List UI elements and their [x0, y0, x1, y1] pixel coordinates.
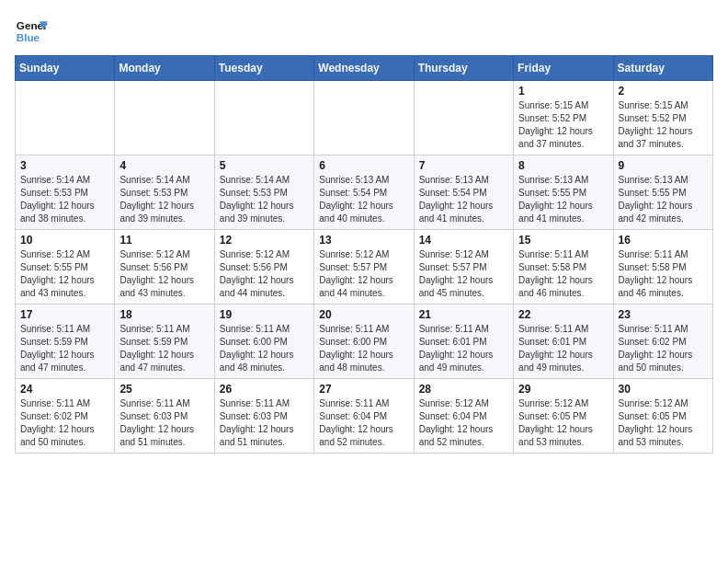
day-number: 26: [220, 383, 309, 396]
calendar-cell: 4Sunrise: 5:14 AM Sunset: 5:53 PM Daylig…: [115, 155, 214, 230]
day-number: 29: [518, 383, 608, 396]
calendar-cell: 26Sunrise: 5:11 AM Sunset: 6:03 PM Dayli…: [214, 379, 313, 454]
day-info: Sunrise: 5:12 AM Sunset: 5:56 PM Dayligh…: [119, 248, 209, 300]
calendar-cell: [314, 81, 414, 155]
day-number: 9: [619, 159, 708, 172]
calendar-cell: [414, 81, 513, 155]
calendar-cell: 10Sunrise: 5:12 AM Sunset: 5:55 PM Dayli…: [16, 230, 115, 304]
day-info: Sunrise: 5:11 AM Sunset: 6:03 PM Dayligh…: [119, 397, 209, 449]
calendar-cell: 6Sunrise: 5:13 AM Sunset: 5:54 PM Daylig…: [314, 155, 414, 230]
calendar-cell: 18Sunrise: 5:11 AM Sunset: 5:59 PM Dayli…: [115, 304, 214, 379]
day-info: Sunrise: 5:12 AM Sunset: 5:55 PM Dayligh…: [20, 248, 109, 300]
day-info: Sunrise: 5:11 AM Sunset: 6:01 PM Dayligh…: [419, 323, 508, 374]
calendar-cell: 17Sunrise: 5:11 AM Sunset: 5:59 PM Dayli…: [16, 304, 115, 379]
day-number: 12: [220, 234, 309, 247]
day-info: Sunrise: 5:12 AM Sunset: 5:56 PM Dayligh…: [220, 248, 309, 300]
day-info: Sunrise: 5:15 AM Sunset: 5:52 PM Dayligh…: [619, 99, 708, 151]
day-info: Sunrise: 5:12 AM Sunset: 6:05 PM Dayligh…: [619, 397, 708, 449]
calendar-week-row: 17Sunrise: 5:11 AM Sunset: 5:59 PM Dayli…: [16, 304, 713, 379]
day-info: Sunrise: 5:11 AM Sunset: 6:01 PM Dayligh…: [518, 323, 608, 374]
day-info: Sunrise: 5:14 AM Sunset: 5:53 PM Dayligh…: [220, 174, 309, 225]
day-info: Sunrise: 5:12 AM Sunset: 6:04 PM Dayligh…: [419, 397, 508, 449]
day-number: 8: [518, 159, 608, 172]
day-info: Sunrise: 5:13 AM Sunset: 5:54 PM Dayligh…: [319, 174, 408, 225]
day-number: 25: [119, 383, 209, 396]
day-number: 22: [518, 308, 608, 321]
day-number: 27: [319, 383, 408, 396]
day-info: Sunrise: 5:13 AM Sunset: 5:55 PM Dayligh…: [518, 174, 608, 225]
calendar-cell: 8Sunrise: 5:13 AM Sunset: 5:55 PM Daylig…: [514, 155, 613, 230]
day-info: Sunrise: 5:11 AM Sunset: 5:59 PM Dayligh…: [119, 323, 209, 374]
day-header-sunday: Sunday: [16, 56, 115, 81]
calendar-cell: 2Sunrise: 5:15 AM Sunset: 5:52 PM Daylig…: [613, 81, 712, 155]
day-number: 13: [319, 234, 408, 247]
day-number: 15: [518, 234, 608, 247]
day-info: Sunrise: 5:11 AM Sunset: 5:59 PM Dayligh…: [20, 323, 109, 374]
calendar-cell: [115, 81, 214, 155]
calendar-cell: 3Sunrise: 5:14 AM Sunset: 5:53 PM Daylig…: [16, 155, 115, 230]
day-number: 14: [419, 234, 508, 247]
day-number: 1: [518, 85, 608, 98]
day-number: 21: [419, 308, 508, 321]
day-info: Sunrise: 5:11 AM Sunset: 6:02 PM Dayligh…: [619, 323, 708, 374]
calendar-body: 1Sunrise: 5:15 AM Sunset: 5:52 PM Daylig…: [16, 81, 713, 454]
calendar-cell: 12Sunrise: 5:12 AM Sunset: 5:56 PM Dayli…: [214, 230, 313, 304]
calendar-cell: 20Sunrise: 5:11 AM Sunset: 6:00 PM Dayli…: [314, 304, 414, 379]
day-info: Sunrise: 5:12 AM Sunset: 6:05 PM Dayligh…: [518, 397, 608, 449]
day-info: Sunrise: 5:12 AM Sunset: 5:57 PM Dayligh…: [319, 248, 408, 300]
calendar-cell: 25Sunrise: 5:11 AM Sunset: 6:03 PM Dayli…: [115, 379, 214, 454]
day-info: Sunrise: 5:13 AM Sunset: 5:55 PM Dayligh…: [619, 174, 708, 225]
day-header-saturday: Saturday: [613, 56, 712, 81]
calendar-cell: 15Sunrise: 5:11 AM Sunset: 5:58 PM Dayli…: [514, 230, 613, 304]
day-info: Sunrise: 5:11 AM Sunset: 5:58 PM Dayligh…: [518, 248, 608, 300]
day-number: 24: [20, 383, 109, 396]
calendar-week-row: 1Sunrise: 5:15 AM Sunset: 5:52 PM Daylig…: [16, 81, 713, 155]
calendar-cell: 29Sunrise: 5:12 AM Sunset: 6:05 PM Dayli…: [514, 379, 613, 454]
day-number: 30: [619, 383, 708, 396]
day-number: 18: [119, 308, 209, 321]
day-number: 11: [119, 234, 209, 247]
calendar-cell: 27Sunrise: 5:11 AM Sunset: 6:04 PM Dayli…: [314, 379, 414, 454]
day-header-monday: Monday: [115, 56, 214, 81]
calendar-cell: 5Sunrise: 5:14 AM Sunset: 5:53 PM Daylig…: [214, 155, 313, 230]
calendar-cell: 16Sunrise: 5:11 AM Sunset: 5:58 PM Dayli…: [613, 230, 712, 304]
day-info: Sunrise: 5:13 AM Sunset: 5:54 PM Dayligh…: [419, 174, 508, 225]
calendar-cell: 11Sunrise: 5:12 AM Sunset: 5:56 PM Dayli…: [115, 230, 214, 304]
day-number: 2: [619, 85, 708, 98]
day-info: Sunrise: 5:11 AM Sunset: 6:00 PM Dayligh…: [220, 323, 309, 374]
calendar-week-row: 10Sunrise: 5:12 AM Sunset: 5:55 PM Dayli…: [16, 230, 713, 304]
day-number: 10: [20, 234, 109, 247]
calendar-cell: [16, 81, 115, 155]
calendar-cell: 30Sunrise: 5:12 AM Sunset: 6:05 PM Dayli…: [613, 379, 712, 454]
day-number: 23: [619, 308, 708, 321]
day-info: Sunrise: 5:11 AM Sunset: 6:03 PM Dayligh…: [220, 397, 309, 449]
logo-icon: General Blue: [15, 15, 48, 48]
calendar-header-row: SundayMondayTuesdayWednesdayThursdayFrid…: [16, 56, 713, 81]
logo: General Blue: [15, 15, 48, 48]
day-info: Sunrise: 5:11 AM Sunset: 6:02 PM Dayligh…: [20, 397, 109, 449]
day-info: Sunrise: 5:12 AM Sunset: 5:57 PM Dayligh…: [419, 248, 508, 300]
calendar-cell: 21Sunrise: 5:11 AM Sunset: 6:01 PM Dayli…: [414, 304, 513, 379]
day-number: 20: [319, 308, 408, 321]
day-header-thursday: Thursday: [414, 56, 513, 81]
calendar-cell: 22Sunrise: 5:11 AM Sunset: 6:01 PM Dayli…: [514, 304, 613, 379]
calendar-cell: 9Sunrise: 5:13 AM Sunset: 5:55 PM Daylig…: [613, 155, 712, 230]
day-info: Sunrise: 5:14 AM Sunset: 5:53 PM Dayligh…: [20, 174, 109, 225]
day-number: 3: [20, 159, 109, 172]
day-info: Sunrise: 5:14 AM Sunset: 5:53 PM Dayligh…: [119, 174, 209, 225]
day-number: 4: [119, 159, 209, 172]
calendar-cell: 24Sunrise: 5:11 AM Sunset: 6:02 PM Dayli…: [16, 379, 115, 454]
day-number: 17: [20, 308, 109, 321]
calendar-cell: 23Sunrise: 5:11 AM Sunset: 6:02 PM Dayli…: [613, 304, 712, 379]
svg-text:Blue: Blue: [17, 31, 40, 43]
day-info: Sunrise: 5:11 AM Sunset: 6:04 PM Dayligh…: [319, 397, 408, 449]
calendar-week-row: 24Sunrise: 5:11 AM Sunset: 6:02 PM Dayli…: [16, 379, 713, 454]
day-header-tuesday: Tuesday: [214, 56, 313, 81]
day-number: 19: [220, 308, 309, 321]
calendar-cell: 28Sunrise: 5:12 AM Sunset: 6:04 PM Dayli…: [414, 379, 513, 454]
day-number: 28: [419, 383, 508, 396]
day-number: 7: [419, 159, 508, 172]
day-info: Sunrise: 5:11 AM Sunset: 5:58 PM Dayligh…: [619, 248, 708, 300]
day-number: 5: [220, 159, 309, 172]
calendar-cell: 14Sunrise: 5:12 AM Sunset: 5:57 PM Dayli…: [414, 230, 513, 304]
